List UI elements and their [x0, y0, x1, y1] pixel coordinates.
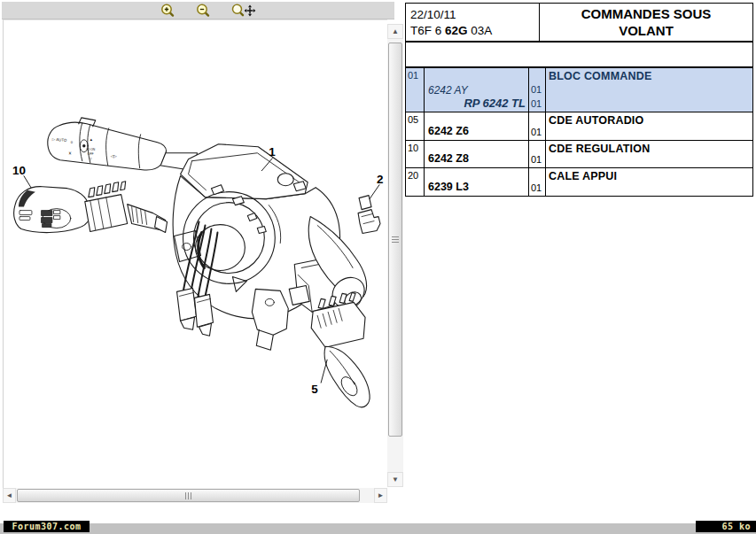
- qty-value: 01: [531, 127, 542, 137]
- part-cell: 6242 AY RP 6242 TL: [424, 68, 528, 112]
- part-description: CALE APPUI: [546, 168, 752, 182]
- part-number: 6242 AY: [428, 84, 468, 97]
- part-2-drawing: [358, 196, 380, 234]
- zoom-pan-button[interactable]: [230, 3, 257, 19]
- stalk-marking-down: ▽: [90, 158, 92, 161]
- part-10-drawing: [14, 182, 168, 233]
- ref-cell: 20: [406, 168, 424, 181]
- part-5-drawing: [311, 292, 370, 406]
- qty-value: 01: [531, 84, 542, 95]
- zoom-out-button[interactable]: [195, 3, 213, 19]
- part-number: 6242 Z8: [428, 152, 469, 165]
- stalk-marking-on: #O ON: [86, 148, 96, 151]
- zoom-in-button[interactable]: [160, 3, 177, 19]
- parts-table: 01 6242 AY RP 6242 TL 01 01 BLOC COMMAND…: [405, 67, 753, 197]
- stalk-marking-up: ▲: [90, 137, 93, 142]
- table-row[interactable]: 01 6242 AY RP 6242 TL 01 01 BLOC COMMAND…: [406, 68, 752, 112]
- exploded-diagram: ▷ AUTO 0 ☀ ▲ #O ON OFF ▽ ◁▷: [4, 20, 387, 488]
- qty-value: 01: [531, 182, 542, 193]
- sheet-header: 22/10/11 T6F 6 62G 03A COMMANDES SOUS VO…: [405, 3, 753, 42]
- part-number: 6242 Z6: [428, 125, 469, 137]
- part-number-replacement: RP 6242 TL: [464, 97, 526, 110]
- stalk-marking-beam: ☀: [68, 151, 73, 156]
- part-number: 6239 L3: [428, 181, 469, 193]
- zoom-out-icon: [195, 3, 213, 19]
- empty-row-box: [405, 42, 753, 67]
- table-row[interactable]: 20 6239 L3 01 CALE APPUI: [406, 167, 752, 196]
- diagram-canvas[interactable]: ▷ AUTO 0 ☀ ▲ #O ON OFF ▽ ◁▷: [3, 19, 387, 488]
- zoom-pan-icon: [230, 3, 257, 19]
- part-description: CDE REGULATION: [546, 141, 752, 155]
- scroll-down-button[interactable]: ▼: [387, 472, 403, 487]
- callout-10: 10: [12, 164, 26, 177]
- stalk-marking-off: OFF: [88, 152, 94, 156]
- callout-5: 5: [311, 383, 318, 396]
- qty-value: 01: [531, 154, 542, 165]
- part-description: BLOC COMMANDE: [546, 68, 752, 82]
- scroll-right-button[interactable]: ►: [374, 488, 387, 503]
- table-row[interactable]: 05 6242 Z6 01 CDE AUTORADIO: [406, 112, 752, 140]
- sheet-code: T6F 6 62G 03A: [410, 23, 539, 39]
- qty-value: 01: [531, 98, 542, 109]
- file-size-badge: 65 ko: [696, 521, 756, 532]
- light-stalk-drawing: ▷ AUTO 0 ☀ ▲ #O ON OFF ▽ ◁▷: [48, 118, 198, 171]
- vertical-scrollbar[interactable]: ▲ ▼: [387, 24, 403, 487]
- sheet-header-left: 22/10/11 T6F 6 62G 03A: [406, 4, 539, 41]
- callout-1: 1: [269, 145, 276, 159]
- viewer-toolbar: [2, 2, 394, 19]
- ref-cell: 01: [406, 68, 424, 81]
- sheet-date: 22/10/11: [410, 7, 539, 23]
- qty-cell: 01 01: [528, 68, 545, 112]
- horizontal-scrollbar[interactable]: ◄ ►: [3, 488, 387, 503]
- vertical-scroll-thumb[interactable]: [388, 43, 402, 437]
- zoom-in-icon: [160, 3, 177, 19]
- part-description: CDE AUTORADIO: [546, 112, 752, 127]
- stalk-marking-indicators: ◁▷: [111, 154, 118, 159]
- scroll-left-button[interactable]: ◄: [3, 488, 16, 503]
- ref-cell: 10: [406, 141, 424, 153]
- table-row[interactable]: 10 6242 Z8 01 CDE REGULATION: [406, 140, 752, 167]
- callout-2: 2: [377, 173, 383, 186]
- status-bar: [0, 522, 756, 534]
- scroll-up-button[interactable]: ▲: [387, 24, 403, 39]
- horizontal-scroll-thumb[interactable]: [17, 489, 360, 502]
- watermark-site: Forum307.com: [4, 521, 90, 532]
- parts-catalog-window: ▷ AUTO 0 ☀ ▲ #O ON OFF ▽ ◁▷: [0, 0, 756, 534]
- ref-cell: 05: [406, 112, 424, 125]
- sheet-title: COMMANDES SOUS VOLANT: [539, 4, 752, 41]
